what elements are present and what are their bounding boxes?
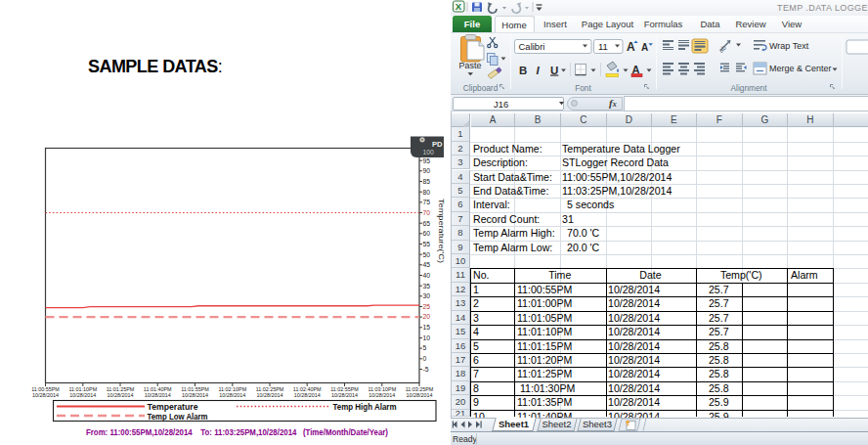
svg-text:5: 5 [423, 344, 427, 351]
svg-text:Calibri: Calibri [519, 41, 545, 52]
svg-text:10/28/2014: 10/28/2014 [182, 392, 208, 398]
svg-text:A: A [632, 64, 640, 75]
svg-text:11:03:10PM: 11:03:10PM [368, 386, 396, 392]
svg-text:60: 60 [423, 230, 431, 237]
svg-text:55: 55 [423, 241, 431, 247]
svg-text:70: 70 [423, 209, 431, 216]
svg-text:I: I [537, 65, 541, 76]
svg-text:11:03:25PM: 11:03:25PM [406, 386, 434, 392]
svg-text:11:01:55PM: 11:01:55PM [181, 386, 209, 392]
svg-text:Temperature('C): Temperature('C) [437, 199, 446, 263]
svg-text:X: X [456, 1, 462, 12]
svg-text:40: 40 [423, 272, 431, 279]
svg-text:PD: PD [432, 140, 443, 149]
svg-text:Wrap Text: Wrap Text [769, 41, 809, 51]
svg-text:11:01:25PM: 11:01:25PM [107, 386, 135, 392]
svg-text:50: 50 [423, 251, 431, 258]
svg-text:35: 35 [423, 283, 431, 289]
svg-text:From: 11:00:55PM,10/28/2014: From: 11:00:55PM,10/28/2014 To: 11:03:25… [86, 427, 388, 437]
svg-text:0: 0 [423, 355, 427, 362]
svg-text:11:02:55PM: 11:02:55PM [330, 386, 359, 392]
svg-text:10/28/2014: 10/28/2014 [32, 392, 59, 398]
svg-text:Merge & Center: Merge & Center [769, 64, 832, 73]
svg-text:11:02:25PM: 11:02:25PM [256, 386, 284, 392]
svg-text:A: A [627, 40, 635, 54]
svg-text:10/28/2014: 10/28/2014 [294, 392, 321, 398]
svg-text:10/28/2014: 10/28/2014 [407, 392, 433, 398]
svg-text:B: B [519, 65, 527, 76]
svg-text:11:02:10PM: 11:02:10PM [218, 386, 246, 392]
svg-text:10/28/2014: 10/28/2014 [69, 392, 96, 398]
svg-text:11:02:40PM: 11:02:40PM [293, 386, 322, 392]
svg-text:11:01:40PM: 11:01:40PM [144, 386, 172, 392]
svg-text:10/28/2014: 10/28/2014 [219, 392, 245, 398]
svg-text:45: 45 [423, 261, 431, 268]
svg-text:20: 20 [423, 313, 431, 320]
svg-text:-5: -5 [423, 366, 429, 373]
svg-text:10/28/2014: 10/28/2014 [145, 392, 171, 398]
svg-text:30: 30 [423, 292, 431, 299]
svg-text:95: 95 [423, 157, 431, 164]
svg-text:75: 75 [423, 199, 431, 205]
svg-text:Paste: Paste [458, 61, 481, 70]
svg-text:15: 15 [423, 324, 431, 331]
svg-text:A: A [641, 42, 648, 53]
svg-text:U: U [550, 65, 558, 76]
svg-text:10: 10 [423, 334, 431, 341]
svg-text:10/28/2014: 10/28/2014 [108, 392, 134, 398]
svg-text:90: 90 [423, 167, 431, 174]
svg-text:10/28/2014: 10/28/2014 [369, 392, 395, 398]
svg-text:25: 25 [423, 303, 431, 310]
svg-text:85: 85 [423, 178, 431, 185]
svg-text:11:00:55PM: 11:00:55PM [31, 386, 60, 392]
svg-text:11:01:10PM: 11:01:10PM [68, 386, 97, 392]
svg-text:65: 65 [423, 220, 431, 227]
svg-text:11: 11 [598, 41, 608, 52]
svg-text:10/28/2014: 10/28/2014 [257, 392, 283, 398]
svg-text:100: 100 [423, 149, 435, 156]
svg-text:Temp High Alarm: Temp High Alarm [333, 401, 397, 412]
svg-text:80: 80 [423, 189, 431, 196]
svg-text:Temp Low Alarm: Temp Low Alarm [148, 411, 208, 422]
svg-text:10/28/2014: 10/28/2014 [331, 392, 358, 398]
